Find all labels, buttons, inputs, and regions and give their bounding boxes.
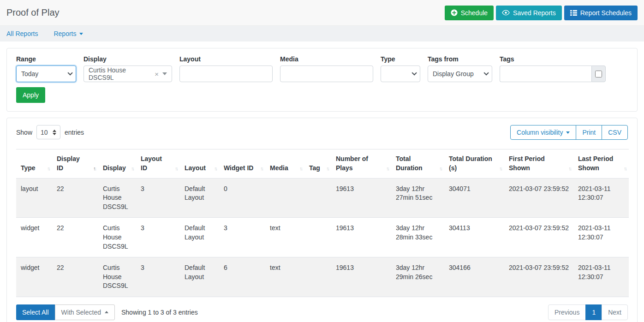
tags-exact-match-checkbox[interactable]: [595, 71, 602, 78]
report-nav-bar: All Reports Reports: [0, 26, 644, 42]
column-header-media[interactable]: Media↑↓: [265, 149, 304, 179]
sort-icon: ↑↓: [131, 165, 133, 173]
table-cell: [304, 257, 331, 297]
sort-icon: ↑↓: [499, 165, 501, 173]
column-header-layout-id[interactable]: Layout ID↑↓: [136, 149, 180, 179]
table-cell: 6: [219, 257, 265, 297]
table-cell: 19613: [331, 218, 391, 257]
table-cell: 3: [136, 257, 180, 297]
entries-per-page-select[interactable]: 10: [36, 125, 60, 139]
pagination: Previous 1 Next: [548, 304, 628, 320]
column-header-last-period-shown[interactable]: Last Period Shown↑↓: [573, 149, 629, 179]
previous-page-button[interactable]: Previous: [548, 304, 586, 320]
sort-icon: ↑↓: [386, 165, 388, 173]
display-select[interactable]: Curtis House DSCS9L ×: [83, 66, 172, 82]
show-entries-control: Show 10 entries: [16, 125, 84, 139]
sort-icon: ↑↓: [260, 165, 262, 173]
table-cell: 0: [219, 178, 265, 218]
table-cell: [304, 218, 331, 257]
table-cell: [304, 178, 331, 218]
table-row[interactable]: layout22Curtis House DSCS9L3Default Layo…: [16, 178, 629, 218]
column-visibility-button[interactable]: Column visibility: [510, 125, 576, 140]
with-selected-button[interactable]: With Selected: [55, 304, 115, 320]
page-1-button[interactable]: 1: [585, 304, 602, 320]
sort-icon: ↑↓: [93, 165, 95, 173]
nav-all-reports[interactable]: All Reports: [6, 30, 38, 37]
table-cell: 3: [136, 218, 180, 257]
column-header-tag[interactable]: Tag↑↓: [304, 149, 331, 179]
column-header-widget-id[interactable]: Widget ID↑↓: [219, 149, 265, 179]
saved-reports-button[interactable]: Saved Reports: [496, 6, 562, 20]
type-select[interactable]: [381, 66, 420, 82]
table-row[interactable]: widget22Curtis House DSCS9L3Default Layo…: [16, 257, 629, 297]
tags-from-label: Tags from: [428, 55, 492, 63]
table-row[interactable]: widget22Curtis House DSCS9L3Default Layo…: [16, 218, 629, 257]
table-cell: layout: [16, 178, 52, 218]
column-header-display-id[interactable]: Display ID↑↓: [52, 149, 98, 179]
table-cell: 22: [52, 257, 98, 297]
tags-from-select[interactable]: Display Group: [428, 66, 492, 82]
sort-icon: ↑↓: [214, 165, 216, 173]
column-header-total-duration[interactable]: Total Duration↑↓: [391, 149, 444, 179]
chevron-down-icon: [566, 131, 570, 134]
layout-label: Layout: [179, 55, 273, 63]
table-cell: 3: [136, 178, 180, 218]
table-cell: 304166: [444, 257, 504, 297]
entries-label: entries: [65, 129, 84, 136]
table-cell: 22: [52, 218, 98, 257]
csv-button[interactable]: CSV: [602, 125, 628, 140]
showing-entries-text: Showing 1 to 3 of 3 entries: [121, 309, 198, 316]
column-header-type[interactable]: Type↑↓: [16, 149, 52, 179]
table-cell: Curtis House DSCS9L: [98, 178, 136, 218]
media-input[interactable]: [280, 66, 373, 82]
apply-button[interactable]: Apply: [16, 87, 45, 103]
display-label: Display: [83, 55, 172, 63]
table-cell: 3day 12hr 27min 51sec: [391, 178, 444, 218]
chevron-down-icon: [162, 72, 167, 75]
layout-input[interactable]: [179, 66, 273, 82]
column-header-first-period-shown[interactable]: First Period Shown↑↓: [504, 149, 573, 179]
column-header-number-of-plays[interactable]: Number of Plays↑↓: [331, 149, 391, 179]
table-cell: 2021-03-07 23:59:52: [504, 257, 573, 297]
media-label: Media: [280, 55, 373, 63]
column-header-display[interactable]: Display↑↓: [98, 149, 136, 179]
table-cell: text: [265, 257, 304, 297]
report-table-panel: Show 10 entries Column visibility Print …: [6, 118, 638, 322]
column-header-total-duration-s-[interactable]: Total Duration (s)↑↓: [444, 149, 504, 179]
list-icon: [570, 10, 577, 16]
media-field: Media: [280, 55, 373, 82]
page-header: Proof of Play Schedule Saved Reports Rep…: [0, 0, 644, 26]
select-all-button[interactable]: Select All: [16, 304, 55, 320]
sort-icon: ↑↓: [568, 165, 571, 173]
next-page-button[interactable]: Next: [602, 304, 628, 320]
chevron-up-icon: [105, 311, 108, 313]
remove-selection-icon[interactable]: ×: [155, 70, 159, 78]
report-schedules-button[interactable]: Report Schedules: [564, 6, 638, 20]
table-cell: 2021-03-07 23:59:52: [504, 218, 573, 257]
proof-of-play-table: Type↑↓Display ID↑↓Display↑↓Layout ID↑↓La…: [16, 149, 629, 297]
header-actions: Schedule Saved Reports Report Schedules: [445, 6, 638, 20]
sort-icon: ↑↓: [299, 165, 302, 173]
nav-reports-dropdown[interactable]: Reports: [54, 30, 83, 37]
sort-icon: ↑↓: [326, 165, 328, 173]
range-select[interactable]: Today: [16, 66, 76, 82]
print-button[interactable]: Print: [576, 125, 602, 140]
schedule-button[interactable]: Schedule: [445, 6, 494, 20]
table-cell: widget: [16, 218, 52, 257]
type-field: Type: [381, 55, 420, 82]
range-field: Range Today: [16, 55, 76, 82]
show-label: Show: [16, 129, 32, 136]
table-cell: 304071: [444, 178, 504, 218]
tags-input[interactable]: [500, 66, 591, 82]
table-cell: Default Layout: [180, 178, 219, 218]
table-header-row: Type↑↓Display ID↑↓Display↑↓Layout ID↑↓La…: [16, 149, 629, 179]
tags-checkbox-addon: [591, 66, 606, 82]
table-cell: [265, 178, 304, 218]
layout-field: Layout: [179, 55, 273, 82]
table-cell: text: [265, 218, 304, 257]
table-cell: 2021-03-11 12:30:07: [573, 178, 629, 218]
table-cell: 19613: [331, 257, 391, 297]
sort-icon: ↑↓: [175, 165, 177, 173]
filter-panel: Range Today Display Curtis House DSCS9L …: [6, 48, 638, 112]
column-header-layout[interactable]: Layout↑↓: [180, 149, 219, 179]
